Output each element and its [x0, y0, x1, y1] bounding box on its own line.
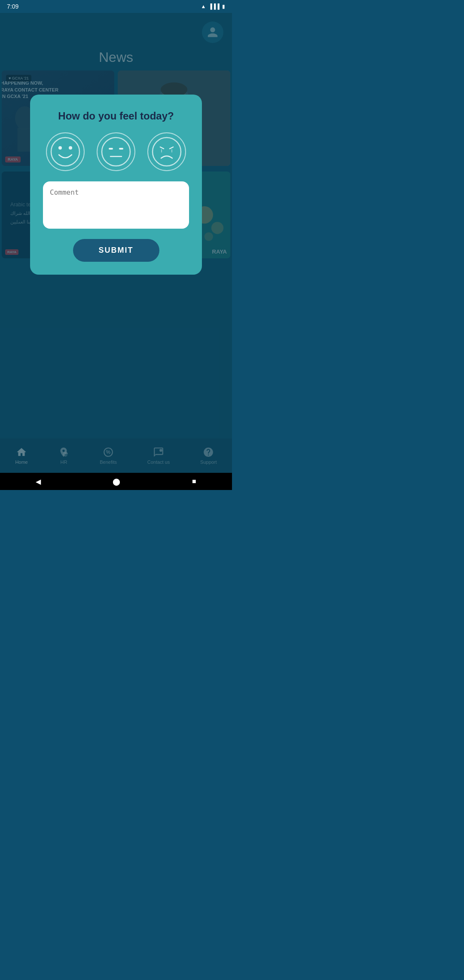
sad-emoji[interactable]: [147, 132, 186, 171]
android-nav-bar: ◀ ⬤ ■: [0, 473, 232, 490]
svg-line-41: [170, 147, 173, 149]
signal-icon: ▐▐▐: [208, 3, 220, 9]
status-time: 7:09: [7, 3, 18, 10]
modal-title: How do you feel today?: [58, 110, 174, 122]
svg-point-32: [51, 138, 79, 166]
back-button[interactable]: ◀: [36, 478, 41, 486]
svg-point-33: [58, 146, 62, 150]
emoji-row: [46, 132, 186, 171]
home-button[interactable]: ⬤: [113, 478, 120, 486]
svg-rect-36: [109, 148, 113, 150]
recents-button[interactable]: ■: [192, 478, 196, 485]
status-bar: 7:09 ▲ ▐▐▐ ▮: [0, 0, 232, 13]
battery-icon: ▮: [222, 3, 225, 9]
status-icons: ▲ ▐▐▐ ▮: [201, 3, 225, 9]
comment-input[interactable]: [43, 181, 189, 229]
happy-emoji[interactable]: [46, 132, 85, 171]
svg-point-39: [153, 138, 181, 166]
feedback-modal: How do you feel today?: [30, 95, 202, 275]
neutral-emoji[interactable]: [97, 132, 135, 171]
wifi-icon: ▲: [201, 3, 206, 9]
svg-line-40: [160, 147, 164, 149]
svg-point-35: [102, 138, 130, 166]
svg-point-34: [69, 146, 72, 150]
svg-rect-37: [119, 148, 123, 150]
submit-button[interactable]: SUBMIT: [73, 239, 159, 262]
